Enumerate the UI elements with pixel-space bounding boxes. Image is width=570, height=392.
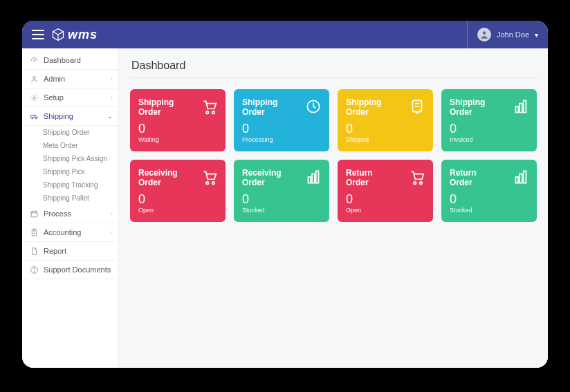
gear-icon	[30, 93, 39, 102]
sidebar-item-admin[interactable]: Admin›	[22, 70, 118, 88]
card-return-order-stocked[interactable]: ReturnOrder0Stocked	[441, 160, 537, 222]
card-title: ReturnOrder	[450, 168, 498, 188]
sidebar-submenu-shipping: Shipping OrderMeta OrderShipping Pick As…	[22, 126, 118, 205]
user-menu[interactable]: John Doe ▾	[467, 21, 538, 48]
sidebar-item-label: Accounting	[44, 228, 81, 236]
card-value: 0	[346, 192, 425, 207]
processing-icon	[304, 97, 322, 115]
cart-icon	[201, 168, 219, 186]
gauge-icon	[30, 56, 39, 65]
sidebar-subitem-shipping-pick[interactable]: Shipping Pick	[43, 165, 118, 178]
sidebar-item-label: Dashboard	[44, 56, 81, 64]
sidebar-item-support-documents[interactable]: Support Documents	[22, 261, 118, 279]
help-icon	[29, 265, 39, 274]
card-footer: 0Shipped	[346, 122, 425, 143]
card-value: 0	[138, 122, 217, 136]
card-shipping-order-invoiced[interactable]: ShippingOrder0Invoiced	[441, 89, 537, 151]
sidebar-item-report[interactable]: Report	[22, 242, 118, 261]
calendar-icon	[30, 209, 39, 218]
card-footer: 0Stocked	[242, 192, 321, 214]
receipt-icon	[408, 97, 426, 115]
chevron-right-icon: ›	[111, 229, 113, 236]
card-status: Shipped	[346, 136, 425, 143]
card-value: 0	[450, 192, 528, 207]
cart-icon	[408, 168, 426, 186]
sidebar: DashboardAdmin›Setup›Shipping⌄Shipping O…	[22, 48, 119, 368]
help-icon	[30, 265, 39, 274]
card-value: 0	[242, 192, 321, 207]
bars-icon	[304, 168, 322, 186]
cube-icon	[51, 28, 65, 41]
chevron-right-icon: ›	[111, 94, 113, 101]
card-return-order-open[interactable]: ReturnOrder0Open	[338, 160, 433, 222]
card-value: 0	[450, 122, 528, 136]
app-logo: wms	[51, 28, 98, 42]
card-status: Stocked	[242, 207, 321, 214]
menu-toggle-button[interactable]	[32, 30, 44, 39]
card-title: ReturnOrder	[346, 168, 394, 188]
sidebar-subitem-shipping-order[interactable]: Shipping Order	[43, 126, 118, 139]
app-window: wms John Doe ▾ DashboardAdmin›Setup›Ship…	[22, 21, 548, 368]
person-icon	[479, 30, 489, 39]
sidebar-subitem-shipping-tracking[interactable]: Shipping Tracking	[43, 178, 118, 192]
sidebar-item-dashboard[interactable]: Dashboard	[22, 51, 118, 70]
clipboard-icon	[30, 228, 39, 237]
cart-icon	[201, 97, 219, 115]
bars-icon	[304, 168, 322, 186]
card-title: ReceivingOrder	[242, 168, 291, 188]
sidebar-item-process[interactable]: Process›	[22, 205, 118, 223]
card-title: ShippingOrder	[138, 97, 187, 118]
card-status: Invoiced	[450, 136, 528, 143]
sidebar-subitem-shipping-pallet[interactable]: Shipping Pallet	[43, 192, 118, 205]
truck-icon	[30, 112, 39, 121]
file-icon	[29, 246, 39, 256]
card-footer: 0Open	[138, 192, 217, 214]
card-shipping-order-processing[interactable]: ShippingOrder0Processing	[234, 89, 329, 151]
logo-text: wms	[68, 28, 98, 42]
sidebar-item-label: Report	[44, 247, 66, 255]
user-icon	[29, 74, 39, 84]
sidebar-item-shipping[interactable]: Shipping⌄	[22, 107, 118, 126]
top-bar: wms John Doe ▾	[22, 21, 548, 48]
sidebar-item-label: Shipping	[44, 112, 73, 120]
card-title: ReceivingOrder	[138, 168, 187, 188]
card-footer: 0Stocked	[450, 192, 528, 214]
user-name-label: John Doe	[497, 30, 529, 39]
card-value: 0	[138, 192, 217, 207]
receipt-icon	[408, 97, 426, 115]
card-shipping-order-shipped[interactable]: ShippingOrder0Shipped	[338, 89, 433, 151]
top-bar-left: wms	[32, 28, 98, 42]
user-icon	[30, 75, 39, 84]
card-receiving-order-stocked[interactable]: ReceivingOrder0Stocked	[234, 160, 329, 222]
card-status: Processing	[242, 136, 321, 143]
dashboard-cards: ShippingOrder0WaitingShippingOrder0Proce…	[130, 89, 537, 222]
sidebar-subitem-meta-order[interactable]: Meta Order	[43, 139, 118, 152]
chevron-right-icon: ›	[111, 210, 113, 217]
card-footer: 0Processing	[242, 122, 321, 143]
card-status: Open	[138, 207, 217, 214]
card-shipping-order-waiting[interactable]: ShippingOrder0Waiting	[130, 89, 226, 151]
card-status: Stocked	[450, 207, 528, 214]
bars-icon	[512, 97, 530, 115]
sidebar-item-setup[interactable]: Setup›	[22, 88, 118, 107]
card-value: 0	[242, 122, 321, 136]
page-title: Dashboard	[130, 57, 537, 78]
clipboard-icon	[29, 227, 39, 237]
processing-icon	[304, 97, 322, 115]
svg-point-0	[483, 31, 486, 35]
sidebar-subitem-shipping-pick-assign[interactable]: Shipping Pick Assign	[43, 152, 118, 165]
cart-icon	[408, 168, 426, 186]
card-receiving-order-open[interactable]: ReceivingOrder0Open	[130, 160, 226, 222]
card-footer: 0Waiting	[138, 122, 217, 143]
card-title: ShippingOrder	[242, 97, 291, 118]
sidebar-item-accounting[interactable]: Accounting›	[22, 223, 118, 242]
truck-icon	[29, 111, 39, 121]
bars-icon	[512, 168, 530, 186]
gear-icon	[29, 93, 39, 102]
gauge-icon	[29, 55, 39, 65]
app-body: DashboardAdmin›Setup›Shipping⌄Shipping O…	[22, 48, 548, 368]
avatar	[477, 28, 491, 41]
chevron-down-icon: ▾	[535, 31, 538, 39]
sidebar-item-label: Process	[44, 209, 71, 218]
sidebar-item-label: Admin	[44, 75, 65, 83]
